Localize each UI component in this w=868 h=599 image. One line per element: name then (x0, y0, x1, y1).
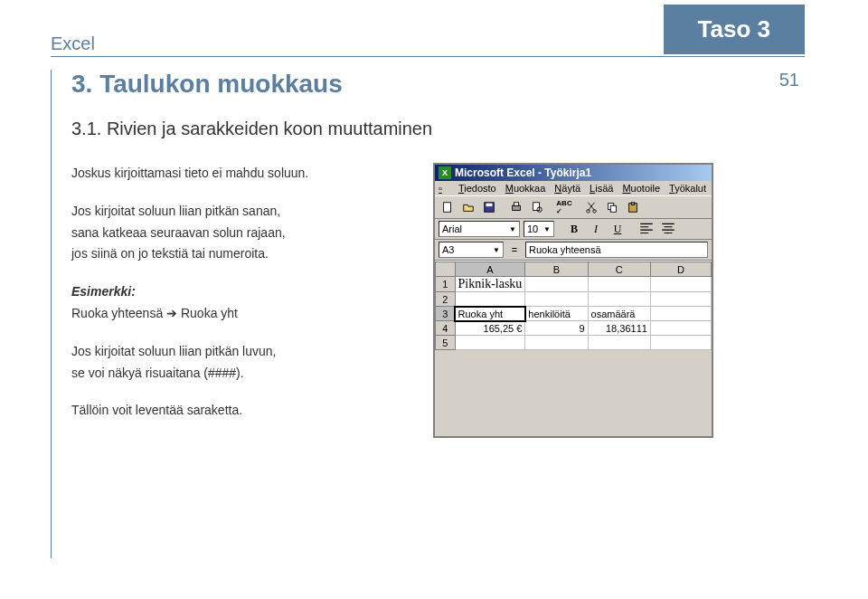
cell[interactable]: 165,25 € (455, 321, 525, 336)
bold-button[interactable]: B (565, 221, 583, 237)
excel-grid[interactable]: A B C D 1 Piknik-lasku 2 (435, 261, 712, 350)
menu-tiedosto[interactable]: Tiedosto (458, 183, 496, 194)
svg-rect-5 (533, 203, 540, 211)
paragraph-2: Jos kirjoitat soluun liian pitkän sanan,… (71, 201, 397, 265)
menu-muokkaa[interactable]: Muokkaa (505, 183, 546, 194)
cell[interactable]: Piknik-lasku (455, 277, 525, 292)
menu-muotoile[interactable]: Muotoile (622, 183, 660, 194)
align-center-button[interactable] (659, 221, 677, 237)
page-header: Excel Taso 3 (0, 0, 868, 54)
print-preview-icon[interactable] (528, 198, 546, 216)
cell[interactable] (650, 321, 711, 336)
header-level-badge: Taso 3 (664, 5, 805, 54)
cell[interactable]: 18,36111 (588, 321, 650, 336)
header-rule (51, 56, 805, 57)
col-header-a[interactable]: A (455, 262, 525, 277)
cell[interactable] (455, 292, 525, 307)
body-text: Joskus kirjoittamasi tieto ei mahdu solu… (71, 163, 397, 438)
table-row: 2 (436, 292, 712, 307)
excel-title-text: Microsoft Excel - Työkirja1 (455, 166, 591, 179)
table-row: 1 Piknik-lasku (436, 277, 712, 292)
col-header-b[interactable]: B (525, 262, 588, 277)
cell[interactable] (650, 336, 711, 350)
excel-format-toolbar: Arial▼ 10▼ B I U (435, 219, 712, 240)
example-block: Esimerkki: Ruoka yhteensä ➔ Ruoka yht (71, 281, 397, 325)
print-icon[interactable] (507, 198, 525, 216)
italic-button[interactable]: I (587, 221, 605, 237)
cell[interactable] (525, 277, 588, 292)
open-file-icon[interactable] (459, 198, 477, 216)
menu-lisaa[interactable]: Lisää (590, 183, 613, 194)
cell[interactable] (455, 336, 525, 350)
excel-titlebar: X Microsoft Excel - Työkirja1 (435, 165, 712, 181)
paragraph-1: Joskus kirjoittamasi tieto ei mahdu solu… (71, 163, 397, 185)
section-title: 3. Taulukon muokkaus (71, 70, 868, 99)
cut-icon[interactable] (582, 198, 600, 216)
svg-rect-4 (514, 203, 518, 206)
excel-logo-icon: X (439, 166, 451, 179)
paste-icon[interactable] (624, 198, 642, 216)
select-all-corner[interactable] (436, 262, 456, 277)
equals-label: = (507, 244, 522, 255)
col-header-c[interactable]: C (588, 262, 650, 277)
cell[interactable] (650, 277, 711, 292)
cell[interactable] (588, 292, 650, 307)
cell-selected[interactable]: Ruoka yht (455, 307, 525, 321)
svg-rect-0 (444, 203, 451, 213)
svg-rect-3 (513, 205, 521, 210)
excel-menubar[interactable]: ▫ Tiedosto Muokkaa Näytä Lisää Muotoile … (435, 181, 712, 195)
align-left-button[interactable] (637, 221, 656, 237)
cell[interactable] (588, 277, 650, 292)
new-file-icon[interactable] (439, 198, 457, 216)
paragraph-4: Tällöin voit leventää saraketta. (71, 400, 397, 422)
cell[interactable] (525, 292, 588, 307)
table-row: 3 Ruoka yht henkilöitä osamäärä (436, 307, 712, 321)
spellcheck-icon[interactable]: ABC✓ (555, 198, 573, 216)
cell[interactable] (588, 336, 650, 350)
table-row: 4 165,25 € 9 18,36111 (436, 321, 712, 336)
cell[interactable] (650, 307, 711, 321)
save-icon[interactable] (480, 198, 498, 216)
svg-rect-2 (486, 204, 493, 207)
svg-rect-12 (631, 203, 635, 205)
font-name-combo[interactable]: Arial▼ (439, 221, 520, 237)
underline-button[interactable]: U (609, 221, 627, 237)
header-app: Excel (51, 33, 664, 54)
excel-formula-bar: A3▼ = Ruoka yhteensä (435, 240, 712, 261)
cell[interactable]: osamäärä (588, 307, 650, 321)
table-row: 5 (436, 336, 712, 350)
menu-nayta[interactable]: Näytä (554, 183, 580, 194)
cell[interactable]: 9 (525, 321, 588, 336)
formula-input[interactable]: Ruoka yhteensä (525, 242, 708, 258)
cell[interactable]: henkilöitä (525, 307, 588, 321)
menu-tyokalut[interactable]: Työkalut (669, 183, 706, 194)
svg-rect-10 (610, 205, 616, 212)
cell[interactable] (650, 292, 711, 307)
page-number: 51 (779, 70, 799, 90)
paragraph-3: Jos kirjoitat soluun liian pitkän luvun,… (71, 341, 397, 385)
cell[interactable] (525, 336, 588, 350)
section-subtitle: 3.1. Rivien ja sarakkeiden koon muuttami… (71, 119, 868, 139)
col-header-d[interactable]: D (650, 262, 711, 277)
font-size-combo[interactable]: 10▼ (524, 221, 554, 237)
copy-icon[interactable] (603, 198, 621, 216)
name-box[interactable]: A3▼ (439, 242, 504, 258)
excel-standard-toolbar: ABC✓ (435, 195, 712, 219)
excel-window: X Microsoft Excel - Työkirja1 ▫ Tiedosto… (433, 163, 713, 438)
content-area: 51 3. Taulukon muokkaus 3.1. Rivien ja s… (51, 70, 868, 558)
doc-icon: ▫ (439, 183, 449, 194)
